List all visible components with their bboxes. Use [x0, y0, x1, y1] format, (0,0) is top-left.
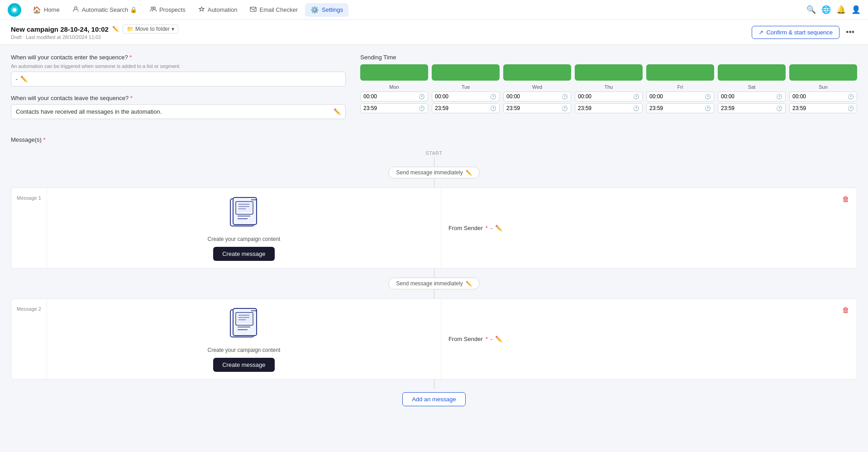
svg-rect-24	[237, 313, 252, 323]
svg-point-17	[253, 199, 254, 201]
time-end-fri[interactable]: 🕐	[646, 103, 714, 113]
message-2-delete: 🗑	[835, 299, 857, 379]
nav-item-automatic-search[interactable]: Automatic Search 🔒	[67, 3, 143, 17]
clock-icon: 🕐	[848, 94, 854, 100]
nav-item-automation[interactable]: Automation	[193, 3, 243, 17]
time-start-sun[interactable]: 🕐	[789, 91, 857, 101]
time-start-wed[interactable]: 🕐	[503, 91, 571, 101]
exit-input[interactable]: Contacts have received all messages in t…	[11, 104, 346, 119]
clock-icon: 🕐	[776, 106, 782, 111]
vertical-line-top	[434, 158, 434, 167]
search-icon[interactable]: 🔍	[806, 5, 816, 14]
sending-time-section: Sending Time Mon Tue Wed Thu Fri Sat Sun	[360, 54, 857, 127]
time-start-mon[interactable]: 🕐	[360, 91, 428, 101]
vertical-line-2	[434, 178, 434, 188]
vertical-line-5	[434, 380, 434, 389]
day-label-row: Mon Tue Wed Thu Fri Sat Sun	[360, 84, 857, 90]
entry-edit-icon[interactable]: ✏️	[20, 76, 28, 82]
pencil-icon-1: ✏️	[466, 170, 472, 176]
svg-point-5	[153, 7, 156, 9]
clock-icon: 🕐	[848, 106, 854, 111]
day-label-sun: Sun	[789, 84, 857, 90]
day-fri[interactable]	[646, 64, 714, 81]
exit-edit-icon[interactable]: ✏️	[334, 108, 341, 115]
page-subtitle: Draft · Last modified at 28/10/2024 11:0…	[11, 34, 178, 40]
create-message-button-1[interactable]: Create message	[213, 247, 274, 261]
entry-input[interactable]: - ✏️	[11, 72, 346, 87]
entry-label: When will your contacts enter the sequen…	[11, 54, 346, 61]
time-end-tue[interactable]: 🕐	[432, 103, 500, 113]
delete-message-2-button[interactable]: 🗑	[842, 306, 849, 314]
nav-automatic-search-label: Automatic Search 🔒	[82, 6, 137, 13]
exit-label: When will your contacts leave the sequen…	[11, 95, 346, 101]
vertical-line-3	[434, 269, 434, 278]
clock-icon: 🕐	[490, 106, 496, 111]
nav-item-home[interactable]: 🏠 Home	[27, 3, 65, 17]
clock-icon: 🕐	[705, 94, 711, 100]
entry-hint: An automation can be triggered when some…	[11, 63, 346, 69]
entry-exit-section: When will your contacts enter the sequen…	[11, 54, 346, 127]
globe-icon[interactable]: 🌐	[821, 5, 831, 14]
day-sun[interactable]	[789, 64, 857, 81]
header-actions: ↗ Confirm & start sequence •••	[752, 26, 857, 39]
settings-row: When will your contacts enter the sequen…	[11, 54, 857, 127]
time-end-mon[interactable]: 🕐	[360, 103, 428, 113]
create-content-label-1: Create your campaign content	[207, 236, 280, 242]
folder-icon: 📁	[127, 26, 134, 32]
day-mon[interactable]	[360, 64, 428, 81]
svg-point-28	[251, 310, 253, 312]
sender-2-edit-icon[interactable]: ✏️	[495, 336, 502, 342]
send-immediately-1[interactable]: Send message immediately ✏️	[388, 167, 479, 178]
notifications-icon[interactable]: 🔔	[836, 5, 846, 14]
time-start-thu[interactable]: 🕐	[575, 91, 643, 101]
delete-message-1-button[interactable]: 🗑	[842, 195, 849, 203]
edit-title-icon[interactable]: ✏️	[112, 26, 119, 32]
day-wed[interactable]	[503, 64, 571, 81]
app-logo[interactable]	[7, 3, 22, 17]
nav-item-prospects[interactable]: Prospects	[144, 3, 191, 17]
time-end-thu[interactable]: 🕐	[575, 103, 643, 113]
nav-actions: 🔍 🌐 🔔 👤	[806, 5, 861, 14]
message-1-inner: Create your campaign content Create mess…	[54, 195, 434, 261]
sender-1-edit-icon[interactable]: ✏️	[495, 225, 502, 231]
more-options-button[interactable]: •••	[843, 26, 857, 39]
nav-item-email-checker[interactable]: Email Checker	[244, 3, 303, 17]
page-title-row: New campaign 28-10-24, 10:02 ✏️ 📁 Move t…	[11, 24, 178, 34]
add-message-button[interactable]: Add an message	[402, 392, 466, 406]
chevron-down-icon: ▾	[172, 26, 174, 32]
day-tue[interactable]	[432, 64, 500, 81]
create-message-button-2[interactable]: Create message	[213, 358, 274, 372]
page-header: New campaign 28-10-24, 10:02 ✏️ 📁 Move t…	[0, 20, 868, 45]
time-start-sat[interactable]: 🕐	[718, 91, 786, 101]
time-start-tue[interactable]: 🕐	[432, 91, 500, 101]
confirm-start-sequence-button[interactable]: ↗ Confirm & start sequence	[752, 26, 839, 39]
nav-item-settings[interactable]: ⚙️ Settings	[305, 3, 348, 17]
message-2-inner: Create your campaign content Create mess…	[54, 306, 434, 372]
automatic-search-icon	[72, 6, 79, 14]
clock-icon: 🕐	[490, 94, 496, 100]
time-end-sun[interactable]: 🕐	[789, 103, 857, 113]
flow-start-label: START	[425, 150, 443, 156]
message-1-sender: From Sender * - ✏️	[441, 188, 835, 268]
message-card-2: Message 2	[11, 298, 857, 380]
day-thu[interactable]	[575, 64, 643, 81]
day-label-sat: Sat	[718, 84, 786, 90]
time-end-sat[interactable]: 🕐	[718, 103, 786, 113]
user-icon[interactable]: 👤	[851, 5, 861, 14]
day-grid	[360, 64, 857, 81]
time-start-fri[interactable]: 🕐	[646, 91, 714, 101]
pencil-icon-2: ✏️	[466, 281, 472, 287]
day-sat[interactable]	[718, 64, 786, 81]
day-label-mon: Mon	[360, 84, 428, 90]
move-folder-button[interactable]: 📁 Move to folder ▾	[123, 24, 178, 34]
svg-point-30	[255, 310, 256, 312]
page-title: New campaign 28-10-24, 10:02	[11, 25, 109, 33]
clock-icon: 🕐	[419, 106, 425, 111]
day-label-thu: Thu	[575, 84, 643, 90]
time-end-wed[interactable]: 🕐	[503, 103, 571, 113]
send-immediately-2[interactable]: Send message immediately ✏️	[388, 278, 479, 289]
message-1-label: Message 1	[11, 188, 47, 268]
clock-icon: 🕐	[562, 94, 568, 100]
sending-time-label: Sending Time	[360, 54, 857, 61]
clock-icon: 🕐	[633, 94, 639, 100]
